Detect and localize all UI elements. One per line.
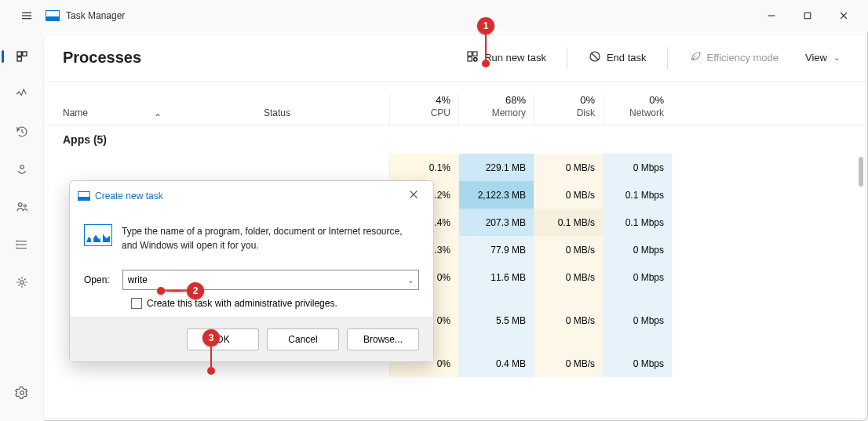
chevron-down-icon: ⌄ <box>407 276 414 285</box>
cell-memory: 0.4 MB <box>458 350 534 377</box>
sort-caret-icon: ⌃ <box>154 112 162 123</box>
cell-memory: 11.6 MB <box>458 263 534 291</box>
separator <box>667 47 668 69</box>
nav-app-history[interactable] <box>6 116 38 147</box>
cancel-button[interactable]: Cancel <box>267 328 339 350</box>
cell-cpu: 0.1% <box>389 154 458 181</box>
run-new-task-button[interactable]: Run new task <box>459 46 553 69</box>
maximize-button[interactable] <box>790 3 826 28</box>
col-name[interactable]: Name ⌃ <box>44 107 264 125</box>
dialog-description: Type the name of a program, folder, docu… <box>122 224 419 252</box>
cell-disk: 0 MB/s <box>534 154 603 181</box>
cell-disk: 0 MB/s <box>534 291 603 350</box>
cell-disk: 0.1 MB/s <box>534 209 603 236</box>
svg-rect-12 <box>468 52 472 56</box>
open-value: write <box>128 274 148 285</box>
ok-button[interactable]: OK <box>187 328 259 350</box>
svg-point-10 <box>20 281 24 285</box>
cell-disk: 0 MB/s <box>534 236 603 263</box>
svg-point-4 <box>20 165 24 169</box>
svg-point-11 <box>20 391 24 395</box>
svg-rect-13 <box>473 52 477 56</box>
dialog-close-button[interactable] <box>402 186 425 205</box>
nav-performance[interactable] <box>6 78 38 110</box>
open-label: Open: <box>84 274 110 285</box>
svg-point-5 <box>19 203 23 207</box>
svg-point-6 <box>24 205 26 207</box>
view-button[interactable]: View ⌄ <box>799 49 846 67</box>
app-icon <box>46 10 60 21</box>
cell-memory: 207.3 MB <box>458 209 534 236</box>
nav-users[interactable] <box>6 191 38 223</box>
col-status[interactable]: Status <box>264 107 389 125</box>
run-dialog-icon <box>84 224 112 246</box>
annotation-line <box>162 290 190 292</box>
minimize-button[interactable] <box>753 3 790 28</box>
cell-disk: 0 MB/s <box>534 263 603 291</box>
cell-network: 0 Mbps <box>603 236 672 263</box>
annotation-marker-3: 3 <box>202 329 220 347</box>
table-row[interactable]: 0.1%229.1 MB0 MB/s0 Mbps <box>44 154 865 181</box>
nav-settings[interactable] <box>6 377 38 408</box>
svg-point-9 <box>16 248 17 249</box>
nav-details[interactable] <box>6 229 38 260</box>
annotation-dot <box>157 287 165 295</box>
svg-rect-0 <box>804 13 811 19</box>
svg-rect-1 <box>17 52 21 56</box>
cell-memory: 229.1 MB <box>458 154 534 181</box>
cell-network: 0 Mbps <box>603 291 672 350</box>
scrollbar-thumb[interactable] <box>859 157 863 187</box>
run-icon <box>465 49 480 66</box>
open-combobox[interactable]: write ⌄ <box>122 270 419 290</box>
svg-point-8 <box>16 245 17 245</box>
page-title: Processes <box>63 49 141 67</box>
col-cpu[interactable]: 4%CPU <box>389 94 458 125</box>
efficiency-mode-button[interactable]: Efficiency mode <box>682 46 786 69</box>
cell-network: 0 Mbps <box>603 263 672 291</box>
dialog-title: Create new task <box>95 191 163 201</box>
admin-checkbox[interactable] <box>131 298 142 309</box>
cell-memory: 2,122.3 MB <box>458 181 534 209</box>
cell-network: 0 Mbps <box>603 350 672 377</box>
cell-memory: 77.9 MB <box>458 236 534 263</box>
leaf-icon <box>688 49 702 66</box>
create-new-task-dialog: Create new task Type the name of a progr… <box>69 180 434 362</box>
end-icon <box>588 49 602 66</box>
cell-disk: 0 MB/s <box>534 350 603 377</box>
nav-startup[interactable] <box>6 154 38 185</box>
svg-rect-3 <box>17 57 21 61</box>
svg-rect-2 <box>23 52 27 56</box>
cell-network: 0.1 Mbps <box>603 181 672 209</box>
separator <box>567 47 567 69</box>
svg-rect-14 <box>468 57 472 61</box>
end-task-button[interactable]: End task <box>582 46 653 69</box>
admin-checkbox-label: Create this task with administrative pri… <box>147 298 337 309</box>
group-apps[interactable]: Apps (5) <box>44 125 865 154</box>
menu-button[interactable] <box>14 3 39 28</box>
cell-disk: 0 MB/s <box>534 181 603 209</box>
cell-network: 0 Mbps <box>603 154 672 181</box>
close-button[interactable] <box>826 3 862 28</box>
window-title: Task Manager <box>66 10 125 21</box>
dialog-icon <box>78 191 90 201</box>
annotation-marker-1: 1 <box>477 17 494 34</box>
col-memory[interactable]: 68%Memory <box>458 94 534 125</box>
cell-network: 0.1 Mbps <box>603 209 672 236</box>
svg-point-7 <box>16 241 17 241</box>
chevron-down-icon: ⌄ <box>833 53 840 62</box>
cell-memory: 5.5 MB <box>458 291 534 350</box>
col-disk[interactable]: 0%Disk <box>534 94 603 125</box>
nav-processes[interactable] <box>6 41 38 72</box>
col-network[interactable]: 0%Network <box>603 94 672 125</box>
nav-services[interactable] <box>6 267 38 298</box>
browse-button[interactable]: Browse... <box>347 328 419 350</box>
